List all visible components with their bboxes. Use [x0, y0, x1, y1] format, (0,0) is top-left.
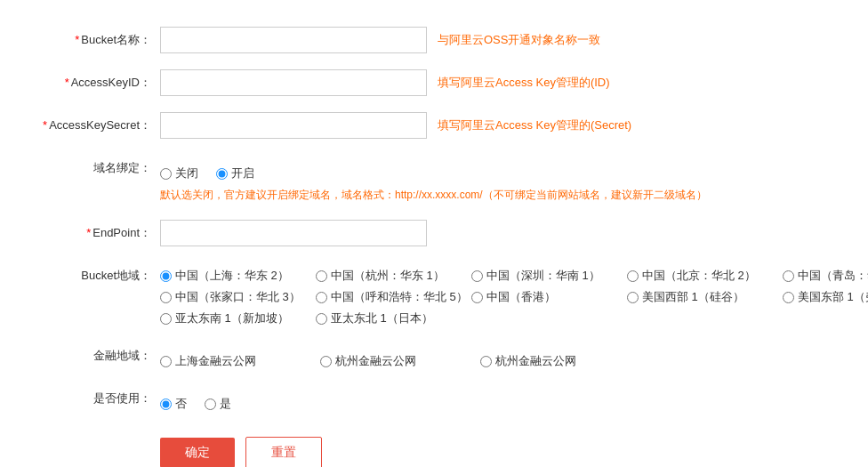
finance-radio-0[interactable] — [160, 356, 172, 367]
finance-option-2[interactable]: 杭州金融云公网 — [480, 353, 640, 369]
region-radio-7[interactable] — [471, 292, 483, 303]
region-label-10: 亚太东南 1（新加坡） — [175, 310, 289, 326]
region-option-4[interactable]: 中国（青岛：华北 1） — [783, 268, 868, 284]
finance-option-0[interactable]: 上海金融云公网 — [160, 353, 320, 369]
region-label-0: 中国（上海：华东 2） — [175, 268, 289, 284]
enable-yes-option[interactable]: 是 — [205, 396, 231, 412]
region-option-10[interactable]: 亚太东南 1（新加坡） — [160, 310, 316, 326]
bucket-region-line-3: 亚太东南 1（新加坡） 亚太东北 1（日本） — [160, 310, 868, 326]
endpoint-row: *EndPoint： — [36, 220, 832, 246]
accesskeysecret-label: *AccessKeySecret： — [36, 112, 160, 133]
form-container: *Bucket名称： 与阿里云OSS开通对象名称一致 *AccessKeyID：… — [36, 27, 832, 467]
region-label-9: 美国东部 1（弗吉尼亚） — [798, 289, 868, 305]
bucket-region-row: Bucket地域： 中国（上海：华东 2） 中国（杭州：华东 1） 中国（深圳：… — [36, 262, 832, 326]
region-option-5[interactable]: 中国（张家口：华北 3） — [160, 289, 316, 305]
domain-close-label: 关闭 — [175, 165, 198, 181]
region-option-3[interactable]: 中国（北京：华北 2） — [627, 268, 783, 284]
domain-bind-content: 关闭 开启 默认选关闭，官方建议开启绑定域名，域名格式：http://xx.xx… — [160, 155, 832, 204]
region-label-5: 中国（张家口：华北 3） — [175, 289, 301, 305]
domain-close-radio[interactable] — [160, 168, 172, 180]
region-radio-4[interactable] — [783, 270, 794, 282]
accesskeyid-label: *AccessKeyID： — [36, 69, 160, 91]
region-radio-5[interactable] — [160, 292, 172, 303]
endpoint-required-star: * — [86, 226, 91, 239]
enable-row: 是否使用： 否 是 — [36, 385, 832, 412]
bucket-name-hint: 与阿里云OSS开通对象名称一致 — [438, 27, 600, 48]
domain-bind-label: 域名绑定： — [36, 155, 160, 176]
region-radio-9[interactable] — [783, 292, 794, 303]
enable-no-option[interactable]: 否 — [160, 396, 187, 412]
accesskeyid-row: *AccessKeyID： 填写阿里云Access Key管理的(ID) — [36, 69, 832, 96]
region-option-8[interactable]: 美国西部 1（硅谷） — [627, 289, 783, 305]
region-label-6: 中国（呼和浩特：华北 5） — [331, 289, 468, 305]
finance-region-group: 上海金融云公网 杭州金融云公网 杭州金融云公网 — [160, 348, 832, 369]
region-label-4: 中国（青岛：华北 1） — [798, 268, 868, 284]
enable-yes-label: 是 — [220, 396, 231, 412]
enable-no-label: 否 — [175, 396, 187, 412]
finance-radio-1[interactable] — [320, 356, 332, 367]
region-label-8: 美国西部 1（硅谷） — [642, 289, 744, 305]
enable-yes-radio[interactable] — [205, 399, 216, 410]
finance-label-1: 杭州金融云公网 — [335, 353, 416, 369]
region-radio-8[interactable] — [627, 292, 639, 303]
domain-open-label: 开启 — [231, 165, 254, 181]
endpoint-label: *EndPoint： — [36, 220, 160, 241]
endpoint-input[interactable] — [160, 220, 427, 246]
accesskeysecret-input[interactable] — [160, 112, 427, 139]
region-option-1[interactable]: 中国（杭州：华东 1） — [316, 268, 471, 284]
region-radio-6[interactable] — [316, 292, 327, 303]
region-radio-2[interactable] — [471, 270, 483, 282]
bucket-name-input[interactable] — [160, 27, 427, 53]
region-radio-10[interactable] — [160, 313, 172, 325]
button-row: 确定 重置 — [36, 437, 832, 467]
region-label-7: 中国（香港） — [486, 289, 556, 305]
reset-button[interactable]: 重置 — [245, 437, 322, 467]
enable-radio-group: 否 是 — [160, 391, 832, 412]
finance-radio-2[interactable] — [480, 356, 492, 367]
region-option-2[interactable]: 中国（深圳：华南 1） — [471, 268, 627, 284]
bucket-required-star: * — [75, 33, 79, 46]
enable-content: 否 是 — [160, 385, 832, 412]
domain-open-radio[interactable] — [216, 168, 228, 180]
enable-label: 是否使用： — [36, 385, 160, 407]
region-label-3: 中国（北京：华北 2） — [642, 268, 756, 284]
finance-label-0: 上海金融云公网 — [175, 353, 256, 369]
finance-region-row: 金融地域： 上海金融云公网 杭州金融云公网 杭州金融云公网 — [36, 342, 832, 369]
region-option-6[interactable]: 中国（呼和浩特：华北 5） — [316, 289, 471, 305]
domain-bind-radio-group: 关闭 开启 — [160, 160, 832, 181]
accesskeysecret-row: *AccessKeySecret： 填写阿里云Access Key管理的(Sec… — [36, 112, 832, 139]
domain-open-option[interactable]: 开启 — [216, 165, 254, 181]
region-label-1: 中国（杭州：华东 1） — [331, 268, 445, 284]
finance-option-1[interactable]: 杭州金融云公网 — [320, 353, 480, 369]
region-option-0[interactable]: 中国（上海：华东 2） — [160, 268, 316, 284]
bucket-region-line-1: 中国（上海：华东 2） 中国（杭州：华东 1） 中国（深圳：华南 1） 中国（北… — [160, 268, 868, 284]
region-radio-1[interactable] — [316, 270, 327, 282]
bucket-region-label: Bucket地域： — [36, 262, 160, 284]
confirm-button[interactable]: 确定 — [160, 438, 235, 467]
bucket-region-line-2: 中国（张家口：华北 3） 中国（呼和浩特：华北 5） 中国（香港） 美国西部 1… — [160, 289, 868, 305]
accesskeyid-required-star: * — [65, 76, 69, 89]
finance-label-2: 杭州金融云公网 — [495, 353, 576, 369]
bucket-region-content: 中国（上海：华东 2） 中国（杭州：华东 1） 中国（深圳：华南 1） 中国（北… — [160, 262, 868, 326]
domain-bind-row: 域名绑定： 关闭 开启 默认选关闭，官方建议开启绑定域名，域名格式：http:/… — [36, 155, 832, 204]
region-radio-0[interactable] — [160, 270, 172, 282]
region-option-7[interactable]: 中国（香港） — [471, 289, 627, 305]
region-label-11: 亚太东北 1（日本） — [331, 310, 433, 326]
accesskeyid-hint: 填写阿里云Access Key管理的(ID) — [438, 69, 610, 91]
bucket-region-wrap: 中国（上海：华东 2） 中国（杭州：华东 1） 中国（深圳：华南 1） 中国（北… — [160, 268, 868, 326]
region-option-11[interactable]: 亚太东北 1（日本） — [316, 310, 471, 326]
finance-region-content: 上海金融云公网 杭州金融云公网 杭州金融云公网 — [160, 342, 832, 369]
bucket-name-row: *Bucket名称： 与阿里云OSS开通对象名称一致 — [36, 27, 832, 53]
accesskeysecret-required-star: * — [43, 118, 47, 132]
region-radio-11[interactable] — [316, 313, 327, 325]
finance-region-label: 金融地域： — [36, 342, 160, 364]
accesskeysecret-hint: 填写阿里云Access Key管理的(Secret) — [438, 112, 631, 133]
bucket-name-label: *Bucket名称： — [36, 27, 160, 48]
region-radio-3[interactable] — [627, 270, 639, 282]
domain-close-option[interactable]: 关闭 — [160, 165, 198, 181]
accesskeyid-input[interactable] — [160, 69, 427, 96]
region-label-2: 中国（深圳：华南 1） — [486, 268, 600, 284]
domain-note: 默认选关闭，官方建议开启绑定域名，域名格式：http://xx.xxxx.com… — [160, 187, 832, 204]
region-option-9[interactable]: 美国东部 1（弗吉尼亚） — [783, 289, 868, 305]
enable-no-radio[interactable] — [160, 399, 172, 410]
